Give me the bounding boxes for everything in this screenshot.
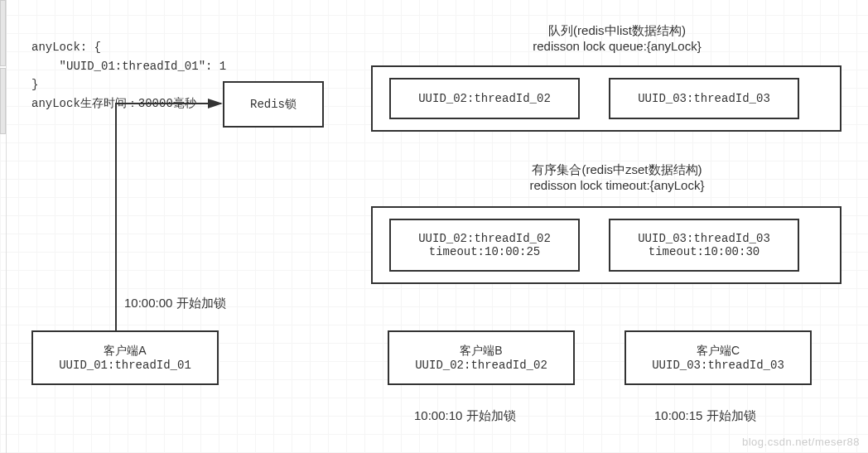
client-b-box: 客户端B UUID_02:threadId_02 — [388, 330, 575, 385]
watermark: blog.csdn.net/meser88 — [742, 436, 860, 448]
queue-title-2: redisson lock queue:{anyLock} — [460, 39, 774, 53]
client-a-id: UUID_01:threadId_01 — [59, 359, 191, 372]
zset-title-1: 有序集合(redis中zset数据结构) — [460, 162, 774, 178]
client-b-time: 10:00:10 开始加锁 — [414, 408, 516, 424]
zset-item-0-id: UUID_02:threadId_02 — [418, 232, 551, 245]
queue-title-1: 队列(redis中list数据结构) — [460, 23, 774, 39]
queue-item-1: UUID_03:threadId_03 — [609, 78, 799, 119]
client-c-box: 客户端C UUID_03:threadId_03 — [624, 330, 812, 385]
zset-item-1-timeout: timeout:10:00:30 — [649, 245, 760, 258]
queue-item-0: UUID_02:threadId_02 — [389, 78, 580, 119]
client-c-title: 客户端C — [697, 344, 740, 359]
queue-container: UUID_02:threadId_02 UUID_03:threadId_03 — [371, 65, 841, 132]
zset-item-0: UUID_02:threadId_02 timeout:10:00:25 — [389, 219, 580, 272]
client-c-id: UUID_03:threadId_03 — [652, 359, 784, 372]
zset-title: 有序集合(redis中zset数据结构) redisson lock timeo… — [460, 162, 774, 192]
client-a-time: 10:00:00 开始加锁 — [124, 296, 226, 311]
client-c-time: 10:00:15 开始加锁 — [654, 408, 756, 424]
zset-item-1: UUID_03:threadId_03 timeout:10:00:30 — [609, 219, 799, 272]
client-b-id: UUID_02:threadId_02 — [415, 359, 547, 372]
client-b-title: 客户端B — [460, 344, 502, 359]
queue-item-0-id: UUID_02:threadId_02 — [418, 92, 551, 105]
zset-item-0-timeout: timeout:10:00:25 — [429, 245, 540, 258]
zset-container: UUID_02:threadId_02 timeout:10:00:25 UUI… — [371, 206, 841, 284]
queue-item-1-id: UUID_03:threadId_03 — [638, 92, 770, 105]
client-a-box: 客户端A UUID_01:threadId_01 — [31, 330, 219, 385]
zset-item-1-id: UUID_03:threadId_03 — [638, 232, 770, 245]
client-a-title: 客户端A — [104, 344, 146, 359]
queue-title: 队列(redis中list数据结构) redisson lock queue:{… — [460, 23, 774, 53]
zset-title-2: redisson lock timeout:{anyLock} — [460, 178, 774, 192]
